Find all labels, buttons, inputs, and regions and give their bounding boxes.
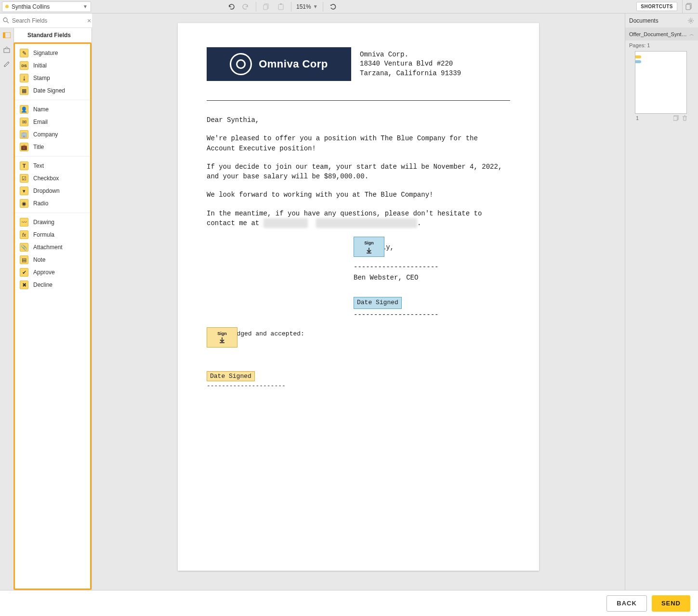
field-dropdown[interactable]: ▾ Dropdown <box>15 185 90 197</box>
svg-rect-15 <box>673 116 677 121</box>
field-note[interactable]: ▤ Note <box>15 254 90 266</box>
field-email[interactable]: ✉ Email <box>15 116 90 128</box>
date-signed-tag-signer1[interactable]: Date Signed <box>207 371 255 381</box>
search-fields-input[interactable] <box>12 17 84 24</box>
field-label: Radio <box>33 200 48 207</box>
address-line: 18340 Ventura Blvd #220 <box>360 59 461 69</box>
checkbox-icon: ☑ <box>20 174 28 183</box>
decline-icon: ✖ <box>20 281 28 289</box>
signature-tag-signer1[interactable]: Sign <box>207 327 237 348</box>
field-date-signed[interactable]: ▦ Date Signed <box>15 84 90 97</box>
field-formula[interactable]: fx Formula <box>15 228 90 241</box>
panel-title: Standard Fields <box>27 32 71 39</box>
svg-point-13 <box>690 20 692 22</box>
field-attachment[interactable]: 📎 Attachment <box>15 241 90 254</box>
company-address: Omniva Corp. 18340 Ventura Blvd #220 Tar… <box>360 50 461 79</box>
field-stamp[interactable]: ⭳ Stamp <box>15 72 90 84</box>
note-icon: ▤ <box>20 255 28 264</box>
redacted-text: ███████ ███ <box>263 218 308 228</box>
svg-rect-9 <box>3 32 5 38</box>
standard-fields-tab[interactable] <box>0 28 14 42</box>
field-label: Name <box>33 106 49 113</box>
delete-page-icon[interactable] <box>682 115 687 121</box>
title-icon: 💼 <box>20 143 28 151</box>
field-title[interactable]: 💼 Title <box>15 141 90 153</box>
field-label: Note <box>33 256 45 263</box>
pages-count-label: Pages: 1 <box>625 40 698 50</box>
chevron-down-icon: ▼ <box>83 4 88 9</box>
rotate-button[interactable] <box>328 1 339 12</box>
field-decline[interactable]: ✖ Decline <box>15 279 90 291</box>
drawing-icon: 〰 <box>20 218 28 227</box>
page-number: 1 <box>636 115 639 121</box>
document-canvas[interactable]: Omniva Corp Omniva Corp. 18340 Ventura B… <box>92 13 625 590</box>
document-entry[interactable]: Offer_Document_Synt… ︿ <box>625 28 698 40</box>
address-line: Omniva Corp. <box>360 50 461 60</box>
company-icon: 🏢 <box>20 130 28 139</box>
svg-rect-10 <box>4 49 10 53</box>
gear-icon[interactable] <box>687 17 694 24</box>
signature-tag-signer2[interactable]: Sign <box>354 237 384 257</box>
field-company[interactable]: 🏢 Company <box>15 128 90 141</box>
paragraph: If you decide to join our team, your sta… <box>207 162 510 182</box>
field-drawing[interactable]: 〰 Drawing <box>15 216 90 228</box>
edit-tab[interactable] <box>0 57 14 71</box>
recipient-color-dot <box>5 5 9 8</box>
send-button[interactable]: SEND <box>652 595 690 612</box>
field-label: Date Signed <box>33 87 65 94</box>
field-initial[interactable]: DS Initial <box>15 59 90 72</box>
field-approve[interactable]: ✔ Approve <box>15 266 90 279</box>
recipient-dropdown[interactable]: Synthia Collins ▼ <box>2 1 91 12</box>
top-toolbar: Synthia Collins ▼ 151% ▼ <box>0 0 698 13</box>
redo-button[interactable] <box>240 1 251 12</box>
field-label: Stamp <box>33 75 50 81</box>
back-button[interactable]: BACK <box>606 595 647 612</box>
ack-text: Acknowledged and accepted: <box>207 330 510 337</box>
paste-button[interactable] <box>276 1 286 12</box>
shortcuts-button[interactable]: SHORTCUTS <box>636 2 677 11</box>
field-signature[interactable]: ✎ Signature <box>15 47 90 59</box>
field-label: Email <box>33 119 48 125</box>
svg-rect-2 <box>278 4 283 10</box>
signature-icon: ✎ <box>20 49 28 57</box>
svg-rect-5 <box>686 4 690 10</box>
svg-rect-1 <box>263 5 267 10</box>
field-name[interactable]: 👤 Name <box>15 103 90 116</box>
field-label: Checkbox <box>33 175 59 182</box>
fields-panel: ▭ Standard Fields ✎ Signature DS Initial <box>14 28 92 590</box>
company-logo: Omniva Corp <box>207 47 351 81</box>
sign-label: Sign <box>217 331 227 336</box>
custom-fields-tab[interactable] <box>0 42 14 57</box>
signer-name-title: Ben Webster, CEO <box>354 273 510 282</box>
zoom-dropdown[interactable]: 151% ▼ <box>296 3 318 10</box>
download-arrow-icon <box>218 337 226 344</box>
duplicate-page-icon[interactable] <box>673 115 679 121</box>
undo-button[interactable] <box>226 1 237 12</box>
greeting: Dear Synthia, <box>207 115 510 125</box>
approve-icon: ✔ <box>20 268 28 277</box>
undo-redo-group <box>226 1 251 12</box>
document-name: Offer_Document_Synt… <box>629 31 689 37</box>
field-text[interactable]: T Text <box>15 160 90 172</box>
field-checkbox[interactable]: ☑ Checkbox <box>15 172 90 185</box>
left-rail <box>0 28 14 590</box>
calendar-icon: ▦ <box>20 86 28 95</box>
date-signed-tag-signer2[interactable]: Date Signed <box>354 297 402 309</box>
field-label: Formula <box>33 231 54 238</box>
bottom-bar: BACK SEND <box>0 590 698 616</box>
documents-header-label: Documents <box>629 17 658 24</box>
panel-title-row: ▭ Standard Fields <box>14 28 92 42</box>
download-arrow-icon <box>365 247 373 254</box>
page-thumbnail[interactable] <box>635 51 687 114</box>
clear-search-icon[interactable]: × <box>87 17 91 25</box>
attachment-icon: 📎 <box>20 243 28 252</box>
field-radio[interactable]: ◉ Radio <box>15 197 90 210</box>
copy-button[interactable] <box>261 1 272 12</box>
search-icon <box>3 17 9 24</box>
recipient-name: Synthia Collins <box>12 3 83 10</box>
zoom-level: 151% <box>296 3 311 10</box>
svg-rect-3 <box>280 3 282 5</box>
acknowledgement-block: Sign Acknowledged and accepted: Date Sig… <box>178 330 539 389</box>
documents-toggle-button[interactable] <box>682 0 696 13</box>
field-label: Text <box>33 162 44 169</box>
